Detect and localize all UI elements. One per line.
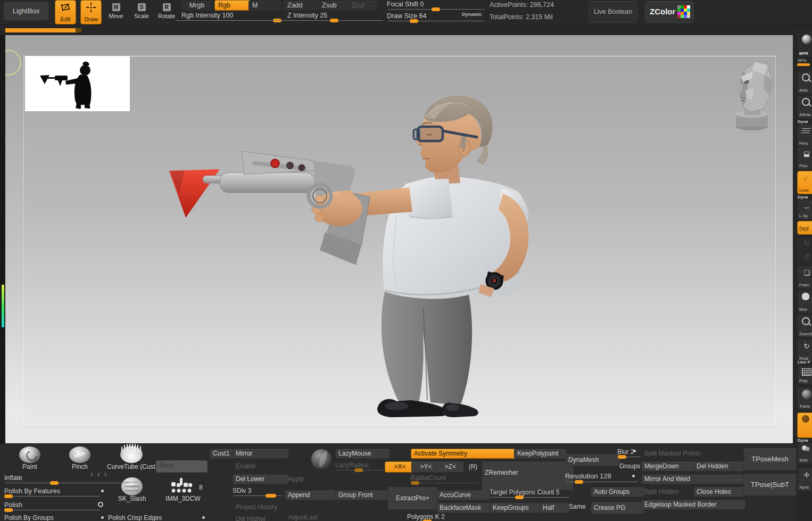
aahalf-button[interactable]: AAHa	[797, 95, 812, 119]
slider-knob[interactable]	[4, 494, 13, 498]
draw-button[interactable]: Draw	[80, 0, 102, 24]
slider-knob[interactable]	[354, 468, 363, 472]
split-masked-points-button[interactable]: Split Masked Points	[641, 449, 745, 459]
curvetube-brush-icon[interactable]	[120, 446, 143, 463]
slider-knob[interactable]	[575, 480, 583, 484]
cust1-button[interactable]: Cust1	[210, 449, 235, 459]
back-field[interactable]: Back	[156, 460, 208, 473]
crease-pg-button[interactable]: Crease PG	[591, 502, 645, 514]
same-button[interactable]: Same	[566, 501, 593, 513]
bpr-button[interactable]: BPR	[797, 32, 812, 57]
merge-down-button[interactable]: MergeDown	[641, 461, 697, 472]
zremesher-button[interactable]: ZRemesher	[482, 461, 574, 491]
move-view-button[interactable]: Mov	[797, 290, 812, 313]
zcut-button[interactable]: Zcut	[347, 1, 378, 11]
paint-brush-icon[interactable]	[19, 446, 40, 463]
resolution-slider[interactable]: Resolution 128	[565, 472, 639, 484]
edgeloop-masked-border-button[interactable]: Edgeloop Masked Border	[641, 500, 745, 510]
persp-button[interactable]: Pers	[797, 124, 812, 147]
keep-polypaint-button[interactable]: KeepPolypaint	[514, 449, 567, 459]
rotate-ccw-button[interactable]: ↺	[797, 252, 812, 264]
adjust-last-button[interactable]: AdjustLast	[285, 512, 338, 521]
slider-knob[interactable]	[410, 19, 418, 23]
group-front-button[interactable]: Group Front	[335, 490, 390, 500]
apply-button[interactable]: Apply	[285, 474, 338, 484]
rgb-button[interactable]: Rgb	[214, 0, 251, 11]
local-button[interactable]: ☄ Loca	[797, 171, 812, 194]
actual-button[interactable]: Actu	[797, 71, 812, 94]
polish-by-features-slider[interactable]: Polish By Features	[4, 487, 101, 498]
blur-slider[interactable]: Blur 2	[617, 448, 642, 459]
slider-knob[interactable]	[50, 481, 59, 485]
mirror-button[interactable]: Mirror	[233, 449, 289, 459]
slider-knob[interactable]	[618, 455, 626, 459]
z-intensity-slider[interactable]: Z Intensity 25	[287, 12, 384, 22]
transp-button[interactable]: Trans	[797, 387, 812, 410]
enable-button[interactable]: Enable	[233, 461, 289, 472]
rgb-intensity-slider[interactable]: Rgb Intensity 100	[181, 12, 281, 22]
m-button[interactable]: M	[248, 1, 281, 11]
auto-groups-button[interactable]: Auto Groups	[591, 487, 645, 497]
extract-pro-button[interactable]: ExtractPro+	[387, 487, 438, 510]
ghost-button[interactable]	[797, 412, 812, 438]
zsub-button[interactable]: Zsub	[317, 1, 350, 11]
split-hidden-button[interactable]: Split Hidden	[641, 487, 697, 497]
slider-knob[interactable]	[266, 494, 276, 498]
rotate-button[interactable]: R Rotate	[156, 1, 177, 24]
sym-y-button[interactable]: >Y<	[411, 461, 441, 473]
zoom3d-button[interactable]: Zoom3	[797, 315, 812, 338]
solo-button[interactable]: Solo	[797, 443, 812, 464]
slider-knob[interactable]	[515, 495, 524, 499]
focal-shift-slider[interactable]: Focal Shift 0	[387, 1, 486, 11]
imm-3dcw-icon[interactable]	[169, 478, 194, 494]
half-button[interactable]: Half	[540, 503, 569, 513]
rotate-view-button[interactable]: ↻ Rota	[797, 339, 812, 362]
polish-slider[interactable]: Polish	[4, 501, 101, 512]
material-sphere-icon[interactable]	[311, 449, 332, 469]
live-boolean-button[interactable]: Live Boolean	[589, 1, 637, 23]
mirror-and-weld-button[interactable]: Mirror And Weld x y z	[641, 474, 745, 484]
edit-button[interactable]: Edit	[55, 0, 76, 24]
lazyradius-slider[interactable]: LazyRadius	[335, 461, 385, 472]
lightbox-button[interactable]: LightBox	[3, 2, 49, 21]
slider-knob[interactable]	[330, 19, 338, 22]
keep-groups-button[interactable]: KeepGroups	[490, 503, 543, 513]
xyz-button[interactable]: (xyz	[797, 221, 812, 235]
project-history-button[interactable]: Project History	[233, 502, 289, 512]
target-polygons-slider[interactable]: Target Polygons Count 5	[490, 489, 570, 499]
frame-button[interactable]: ❏ Fram	[797, 266, 812, 289]
backface-mask-button[interactable]: BackfaceMask	[436, 503, 491, 513]
mrgb-button[interactable]: Mrgb	[181, 1, 212, 11]
xpose-button[interactable]: ✢ Xpos	[797, 468, 812, 491]
slider-knob[interactable]	[4, 508, 13, 512]
lightbox-progress-bar[interactable]	[5, 28, 76, 32]
lsym-button[interactable]: ↔ L.Sy	[797, 200, 812, 220]
radial-count-slider[interactable]: RadialCount	[411, 474, 480, 485]
zcolor-button[interactable]: ZColor	[645, 1, 694, 23]
spix-slider[interactable]	[797, 63, 810, 66]
rotate-cw-button[interactable]: ↻	[797, 238, 812, 251]
inflate-slider[interactable]: Inflate	[4, 474, 130, 485]
sdiv-slider[interactable]: SDiv 3	[233, 487, 283, 498]
slider-knob[interactable]	[432, 7, 440, 11]
scale-button[interactable]: S Scale	[131, 1, 152, 24]
slider-knob[interactable]	[411, 481, 419, 485]
dynamesh-button[interactable]: DynaMesh	[565, 454, 620, 466]
floor-button[interactable]: ⬓ Floo	[797, 146, 812, 170]
tpose-mesh-button[interactable]: TPoseMesh	[743, 448, 797, 470]
document-canvas[interactable]	[5, 35, 793, 443]
sym-x-button[interactable]: >X<	[385, 461, 415, 473]
move-button[interactable]: M Move	[106, 1, 126, 24]
zadd-button[interactable]: Zadd	[283, 1, 320, 11]
append-button[interactable]: Append	[285, 490, 338, 500]
pinch-brush-icon[interactable]	[69, 446, 90, 463]
lazymouse-button[interactable]: LazyMouse	[335, 449, 390, 459]
del-hidden-button[interactable]: Del Hidden	[693, 461, 745, 472]
close-holes-button[interactable]: Close Holes	[693, 487, 745, 497]
tpose-subt-button[interactable]: TPose|SubT	[743, 474, 797, 496]
polyframe-button[interactable]: Poly	[797, 366, 812, 385]
activate-symmetry-button[interactable]: Activate Symmetry	[411, 449, 517, 459]
accucurve-button[interactable]: AccuCurve	[436, 490, 491, 500]
del-higher-button[interactable]: Del Higher	[233, 515, 289, 521]
del-lower-button[interactable]: Del Lower	[233, 474, 289, 484]
